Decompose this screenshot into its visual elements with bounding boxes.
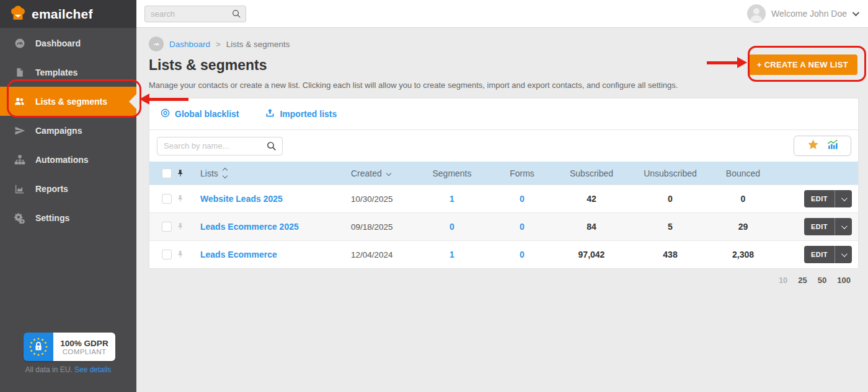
list-name-link[interactable]: Leads Ecommerce 2025 [200,222,299,232]
page-description: Manage your contacts or create a new lis… [136,74,868,90]
created-date: 09/18/2025 [351,222,419,232]
search-icon[interactable] [266,141,277,154]
col-segments[interactable]: Segments [419,168,485,178]
favorites-stats-toggle[interactable] [794,136,851,156]
pin-header-icon [172,168,189,178]
pin-icon[interactable] [172,222,189,232]
page-size-25[interactable]: 25 [798,276,807,285]
mini-chart-icon [826,139,838,153]
lists-card: Global blacklist Imported lists [149,98,859,269]
imported-lists-link[interactable]: Imported lists [265,108,337,120]
sidebar-item-label: Templates [35,68,78,77]
created-date: 12/04/2024 [351,250,419,259]
sidebar-item-settings[interactable]: Settings [0,203,136,232]
col-lists[interactable]: Lists [200,168,218,178]
imported-lists-label: Imported lists [280,109,337,119]
pin-icon[interactable] [172,194,189,204]
chef-hat-icon [9,4,27,25]
page-size-10[interactable]: 10 [779,276,787,285]
forms-count-link[interactable]: 0 [485,250,559,259]
unsubscribed-count: 438 [624,250,717,259]
chart-icon [14,183,25,194]
sidebar-item-automations[interactable]: Automations [0,145,136,174]
edit-split-button: EDIT [804,190,852,207]
col-forms[interactable]: Forms [485,168,559,178]
sidebar-item-lists-segments[interactable]: Lists & segments [0,87,136,116]
list-name-link[interactable]: Website Leads 2025 [200,194,283,204]
row-checkbox[interactable] [162,250,172,259]
main-content: Dashboard > Lists & segments Lists & seg… [136,28,868,392]
sidebar-item-label: Lists & segments [35,97,107,107]
search-icon[interactable] [231,9,242,22]
list-name-link[interactable]: Leads Ecommerce [200,250,277,259]
user-menu[interactable]: Welcome John Doe [747,4,868,23]
gauge-icon [14,37,25,49]
page-size-100[interactable]: 100 [837,276,851,285]
col-created[interactable]: Created [351,168,382,178]
global-search [144,6,246,22]
segments-count-link[interactable]: 1 [419,250,485,259]
gdpr-subtitle: COMPLIANT [63,348,107,355]
edit-dropdown-button[interactable] [835,253,852,257]
sidebar-menu: Dashboard Templates Lists & segments Cam… [0,28,136,232]
edit-button[interactable]: EDIT [804,251,835,258]
row-checkbox[interactable] [162,222,172,232]
select-all-checkbox[interactable] [162,168,172,178]
global-blacklist-link[interactable]: Global blacklist [160,108,239,120]
edit-split-button: EDIT [804,246,852,263]
brand-name: emailchef [32,7,93,22]
sidebar-item-label: Campaigns [35,126,82,136]
segments-count-link[interactable]: 1 [419,194,485,204]
sort-icon[interactable] [223,168,227,178]
col-unsubscribed[interactable]: Unsubscribed [624,168,717,178]
breadcrumb-dashboard-link[interactable]: Dashboard [169,40,210,49]
list-search [157,137,283,155]
gdpr-title: 100% GDPR [60,339,108,348]
gdpr-footer-text: All data in EU. [25,365,73,374]
chevron-down-icon [386,170,391,175]
bounced-count: 2,308 [717,250,769,259]
col-subscribed[interactable]: Subscribed [559,168,624,178]
sidebar-item-templates[interactable]: Templates [0,58,136,87]
pin-icon[interactable] [172,250,189,259]
create-new-list-button[interactable]: + CREATE A NEW LIST [748,54,857,75]
chevron-down-icon [852,9,859,16]
edit-button[interactable]: EDIT [804,223,835,230]
eu-lock-icon [24,333,53,361]
edit-dropdown-button[interactable] [835,197,852,201]
sidebar-item-campaigns[interactable]: Campaigns [0,116,136,145]
gears-icon [14,212,25,224]
edit-button[interactable]: EDIT [804,195,835,203]
gdpr-badge: 100% GDPR COMPLIANT [24,333,115,361]
edit-dropdown-button[interactable] [835,225,852,229]
sitemap-icon [14,154,25,165]
col-bounced[interactable]: Bounced [717,168,769,178]
row-checkbox[interactable] [162,194,172,204]
breadcrumb: Dashboard > Lists & segments [136,28,868,53]
topbar: Welcome John Doe [136,0,868,28]
subscribed-count: 97,042 [559,250,624,259]
sidebar-item-reports[interactable]: Reports [0,174,136,203]
sidebar-item-label: Automations [35,155,89,165]
table-row: Leads Ecommerce 12/04/2024 1 0 97,042 43… [149,240,858,268]
page-size-50[interactable]: 50 [818,276,826,285]
sidebar: emailchef Dashboard Templates Lists & se… [0,0,136,392]
table-row: Leads Ecommerce 2025 09/18/2025 0 0 84 5… [149,212,858,240]
sidebar-item-label: Dashboard [35,38,81,48]
avatar [747,4,766,23]
upload-icon [265,108,275,120]
created-date: 10/30/2025 [351,194,419,204]
target-icon [160,108,170,120]
gdpr-see-details-link[interactable]: See details [74,365,111,374]
sidebar-item-dashboard[interactable]: Dashboard [0,28,136,58]
list-toolbar [149,129,858,162]
breadcrumb-current: Lists & segments [226,40,290,49]
forms-count-link[interactable]: 0 [485,222,559,232]
logo[interactable]: emailchef [0,0,136,28]
page-size-selector: 10 25 50 100 [136,276,851,285]
sidebar-item-label: Settings [35,213,69,223]
forms-count-link[interactable]: 0 [485,194,559,204]
segments-count-link[interactable]: 0 [419,222,485,232]
list-search-input[interactable] [157,137,283,155]
bounced-count: 0 [717,194,769,204]
